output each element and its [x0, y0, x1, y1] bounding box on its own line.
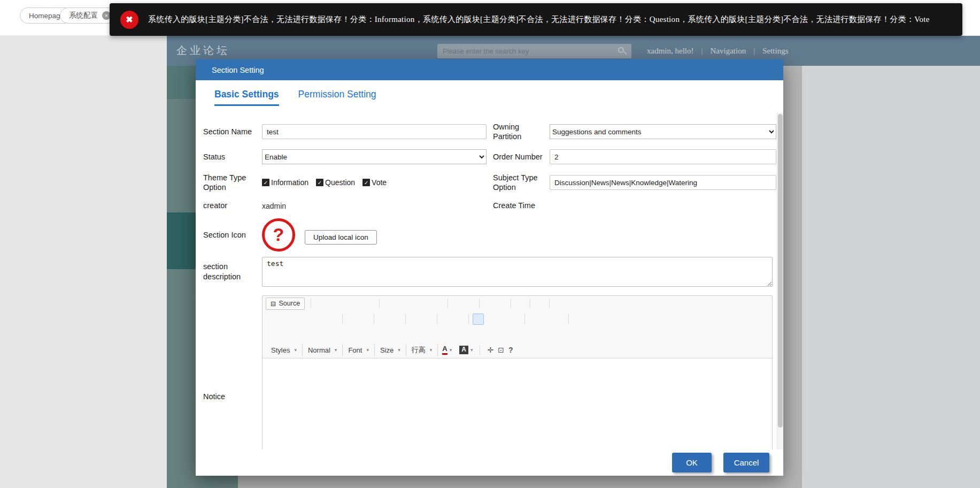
cancel-button[interactable]: Cancel [723, 453, 769, 472]
section-name-label: Section Name [203, 127, 262, 136]
underline-button[interactable] [290, 314, 302, 325]
image-button-icon[interactable] [639, 298, 651, 309]
chevron-down-icon: ▾ [430, 347, 433, 353]
table-icon[interactable] [290, 329, 302, 340]
redo-icon[interactable] [464, 298, 475, 309]
select-field-icon[interactable] [615, 298, 626, 309]
horizontal-rule-icon[interactable] [303, 329, 314, 340]
creator-value: xadmin [262, 202, 487, 210]
styles-dropdown[interactable]: Styles ▾ [266, 344, 303, 356]
toolbar-separator [568, 314, 569, 324]
section-icon-label: Section Icon [203, 230, 262, 240]
page-break-icon[interactable] [339, 329, 351, 340]
source-button[interactable]: ⊟ Source [266, 298, 305, 310]
hidden-field-icon[interactable] [652, 298, 663, 309]
rich-text-editor: ⊟ Source [262, 295, 773, 450]
italic-button[interactable] [278, 314, 289, 325]
subscript-button[interactable] [315, 314, 326, 325]
section-name-input[interactable] [262, 124, 487, 139]
theme-checkbox[interactable]: ✓ Information [262, 178, 308, 187]
editor-content-area[interactable] [263, 358, 772, 450]
superscript-button[interactable] [327, 314, 338, 325]
theme-checkbox[interactable]: ✓ Question [316, 178, 355, 187]
remove-format-icon[interactable] [359, 314, 370, 325]
theme-checkbox[interactable]: ✓ Vote [362, 178, 387, 187]
indent-icon[interactable] [422, 314, 433, 325]
button-icon[interactable] [627, 298, 638, 309]
screen: Homepage 系统配置 × 企业论坛 xadmin, hello! | Na… [0, 0, 980, 488]
replace-icon[interactable] [496, 298, 507, 309]
show-blocks-icon[interactable]: ⊡ [498, 346, 504, 354]
strike-button[interactable] [303, 314, 314, 325]
paste-icon[interactable] [408, 298, 419, 309]
new-page-icon[interactable] [327, 298, 338, 309]
cjk-format-icon[interactable] [553, 314, 565, 325]
iframe-globe-icon[interactable] [352, 329, 363, 340]
smiley-icon[interactable] [315, 329, 326, 340]
paste-word-icon[interactable] [433, 298, 444, 309]
dropdown-label: 行高 [412, 345, 426, 355]
flash-icon[interactable] [278, 329, 289, 340]
div-container-icon[interactable] [453, 314, 465, 325]
undo-icon[interactable] [452, 298, 463, 309]
chevron-down-icon: ▾ [366, 347, 369, 353]
numbered-list-icon[interactable] [378, 314, 389, 325]
order-number-input[interactable] [550, 149, 776, 164]
textarea-icon[interactable] [603, 298, 614, 309]
copy-icon[interactable] [396, 298, 407, 309]
dropdown-label: Font [348, 346, 362, 354]
maximize-icon[interactable]: ✛ [487, 346, 493, 354]
subject-type-input[interactable] [550, 175, 776, 190]
owning-partition-select[interactable]: Suggestions and comments [550, 124, 776, 139]
link-icon[interactable] [573, 314, 584, 325]
help-icon[interactable]: ? [508, 346, 513, 354]
templates-icon[interactable] [364, 298, 375, 309]
outdent-icon[interactable] [410, 314, 421, 325]
size-dropdown[interactable]: Size ▾ [375, 344, 406, 356]
background-color-button[interactable]: A ▾ [456, 344, 476, 356]
form-icon[interactable] [553, 298, 565, 309]
print-icon[interactable] [352, 298, 363, 309]
justify-icon[interactable] [510, 314, 521, 325]
find-icon[interactable] [483, 298, 495, 309]
bold-button[interactable] [266, 314, 277, 325]
save-icon[interactable] [315, 298, 326, 309]
ok-button[interactable]: OK [672, 453, 712, 472]
align-right-icon[interactable] [497, 314, 508, 325]
toolbar-separator [480, 345, 480, 355]
tab-permission-setting[interactable]: Permission Setting [298, 89, 376, 104]
line-height-dropdown[interactable]: 行高 ▾ [406, 344, 438, 356]
checkbox-icon[interactable] [566, 298, 577, 309]
section-description-textarea[interactable]: test [262, 257, 773, 287]
dialog-title: Section Setting [196, 59, 783, 80]
align-center-icon[interactable] [485, 314, 496, 325]
blockquote-icon[interactable] [441, 314, 452, 325]
radio-icon[interactable] [578, 298, 589, 309]
text-color-button[interactable]: A ▾ [439, 344, 455, 356]
scrollbar-thumb[interactable] [778, 114, 783, 428]
create-time-label: Create Time [493, 201, 550, 210]
align-left-icon[interactable] [473, 314, 484, 325]
form-row: section description test [203, 257, 777, 287]
upload-local-icon-button[interactable]: Upload local icon [305, 230, 377, 245]
spellcheck-icon[interactable] [534, 298, 545, 309]
text-direction-icon[interactable] [529, 314, 540, 325]
unlink-icon[interactable] [585, 314, 596, 325]
copy-format-icon[interactable] [346, 314, 358, 325]
status-select[interactable]: Enable [262, 149, 487, 164]
anchor-flag-icon[interactable] [597, 314, 608, 325]
format-dropdown[interactable]: Normal ▾ [303, 344, 343, 356]
dialog-scrollbar[interactable] [777, 112, 783, 449]
cut-icon[interactable] [383, 298, 395, 309]
text-field-icon[interactable] [590, 298, 601, 309]
paste-text-icon[interactable] [420, 298, 431, 309]
special-char-icon[interactable] [327, 329, 338, 340]
bulleted-list-icon[interactable] [390, 314, 402, 325]
font-dropdown[interactable]: Font ▾ [343, 344, 375, 356]
preview-icon[interactable] [339, 298, 351, 309]
image-icon[interactable] [266, 329, 277, 340]
editor-toolbar-row-2 [263, 311, 772, 327]
paragraph-icon[interactable] [541, 314, 552, 325]
tab-basic-settings[interactable]: Basic Settings [214, 89, 279, 106]
select-all-icon[interactable] [515, 298, 526, 309]
